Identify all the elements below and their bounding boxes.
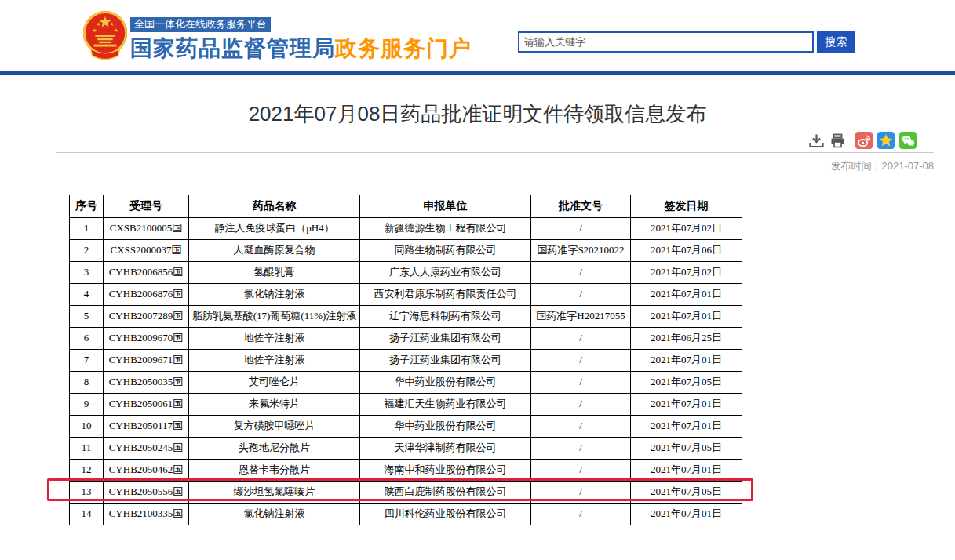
table-cell: 9 [70, 394, 104, 416]
table-cell: 2021年07月01日 [631, 306, 742, 328]
table-row: 9CYHB2050061国来氟米特片福建汇天生物药业有限公司/2021年07月0… [70, 394, 742, 416]
table-cell: 复方磺胺甲噁唑片 [189, 416, 360, 438]
table-row: 6CYHB2009670国地佐辛注射液扬子江药业集团有限公司/2021年06月2… [70, 328, 742, 350]
table-cell: 6 [70, 328, 104, 350]
table-cell: CXSB2100005国 [104, 218, 189, 240]
table-cell: 2021年07月01日 [631, 504, 742, 525]
download-icon[interactable] [808, 133, 825, 149]
platform-badge: 全国一体化在线政务服务平台 [130, 17, 271, 32]
table-cell: 脂肪乳氨基酸(17)葡萄糖(11%)注射液 [189, 306, 360, 328]
approval-table: 序号受理号药品名称申报单位批准文号签发日期 1CXSB2100005国静注人免疫… [69, 195, 742, 525]
table-header-row: 序号受理号药品名称申报单位批准文号签发日期 [70, 195, 742, 218]
table-row: 4CYHB2006876国氯化钠注射液西安利君康乐制药有限责任公司/2021年0… [70, 284, 742, 306]
table-cell: / [531, 328, 631, 350]
table-cell: 西安利君康乐制药有限责任公司 [360, 284, 531, 306]
table-cell: 3 [70, 262, 104, 284]
table-cell: 2021年07月01日 [631, 416, 742, 438]
search-button[interactable]: 搜索 [817, 31, 855, 53]
table-cell: 2021年07月01日 [631, 460, 742, 482]
qzone-share-icon[interactable] [877, 132, 895, 149]
table-cell: 陕西白鹿制药股份有限公司 [360, 482, 531, 504]
site-title-portal: 政务服务门户 [335, 36, 472, 60]
column-header: 受理号 [104, 195, 189, 218]
site-title: 国家药品监督管理局政务服务门户 [130, 34, 472, 64]
table-row: 10CYHB2050117国复方磺胺甲噁唑片华中药业股份有限公司/2021年07… [70, 416, 742, 438]
table-cell: 辽宁海思科制药有限公司 [360, 306, 531, 328]
table-cell: 四川科伦药业股份有限公司 [360, 504, 531, 525]
table-cell: 2021年07月05日 [631, 372, 742, 394]
table-cell: 2021年07月05日 [631, 438, 742, 460]
table-cell: 1 [70, 218, 104, 240]
table-cell: 2021年07月01日 [631, 394, 742, 416]
table-row: 5CYHB2007289国脂肪乳氨基酸(17)葡萄糖(11%)注射液辽宁海思科制… [70, 306, 742, 328]
table-cell: 扬子江药业集团有限公司 [360, 350, 531, 372]
table-cell: 华中药业股份有限公司 [360, 372, 531, 394]
column-header: 签发日期 [631, 195, 742, 218]
table-cell: 10 [70, 416, 104, 438]
table-row: 11CYHB2050245国头孢地尼分散片天津华津制药有限公司/2021年07月… [70, 438, 742, 460]
table-cell: 新疆德源生物工程有限公司 [360, 218, 531, 240]
svg-text:★: ★ [93, 27, 97, 33]
site-title-agency: 国家药品监督管理局 [130, 36, 335, 60]
search-box: 搜索 [518, 31, 855, 53]
table-cell: CYHB2009670国 [104, 328, 189, 350]
table-cell: CXSS2000037国 [104, 240, 189, 262]
table-cell: 8 [70, 372, 104, 394]
table-cell: 13 [70, 482, 104, 504]
table-cell: 福建汇天生物药业有限公司 [360, 394, 531, 416]
table-cell: CYHB2006876国 [104, 284, 189, 306]
table-wrap: 序号受理号药品名称申报单位批准文号签发日期 1CXSB2100005国静注人免疫… [69, 195, 742, 525]
table-row: 3CYHB2006856国氢醌乳膏广东人人康药业有限公司/2021年07月02日 [70, 262, 742, 284]
table-cell: 2 [70, 240, 104, 262]
table-cell: / [531, 218, 631, 240]
article-toolbar [808, 132, 917, 149]
search-input[interactable] [518, 31, 814, 53]
table-cell: 4 [70, 284, 104, 306]
table-cell: / [531, 438, 631, 460]
print-icon[interactable] [829, 133, 846, 149]
column-header: 申报单位 [360, 195, 531, 218]
table-cell: CYHB2050061国 [104, 394, 189, 416]
table-row: 1CXSB2100005国静注人免疫球蛋白（pH4）新疆德源生物工程有限公司/2… [70, 218, 742, 240]
table-cell: CYHB2050462国 [104, 460, 189, 482]
table-cell: 14 [70, 504, 104, 525]
table-cell: 2021年07月02日 [631, 218, 742, 240]
table-cell: 2021年06月25日 [631, 328, 742, 350]
table-cell: 海南中和药业股份有限公司 [360, 460, 531, 482]
table-cell: 天津华津制药有限公司 [360, 438, 531, 460]
table-cell: 2021年07月06日 [631, 240, 742, 262]
title-divider [56, 152, 934, 153]
table-cell: 2021年07月01日 [631, 284, 742, 306]
weibo-share-icon[interactable] [855, 132, 873, 149]
table-row: 14CYHB2100335国氯化钠注射液四川科伦药业股份有限公司/2021年07… [70, 504, 742, 525]
publish-time: 发布时间：2021-07-08 [831, 159, 935, 173]
table-cell: CYHB2050556国 [104, 482, 189, 504]
column-header: 批准文号 [531, 195, 631, 218]
table-cell: CYHB2007289国 [104, 306, 189, 328]
table-cell: 7 [70, 350, 104, 372]
site-header: ★ ★ ★ ★ 全国一体化在线政务服务平台 国家药品监督管理局政务服务门户 搜索 [0, 0, 955, 71]
table-cell: 地佐辛注射液 [189, 328, 360, 350]
column-header: 序号 [70, 195, 104, 218]
national-emblem-logo: ★ ★ ★ ★ [81, 9, 129, 61]
table-cell: / [531, 262, 631, 284]
column-header: 药品名称 [189, 195, 360, 218]
table-cell: CYHB2009671国 [104, 350, 189, 372]
brand-block: 全国一体化在线政务服务平台 国家药品监督管理局政务服务门户 [130, 16, 472, 64]
table-cell: 氯化钠注射液 [189, 504, 360, 525]
table-cell: 氯化钠注射液 [189, 284, 360, 306]
wechat-share-icon[interactable] [899, 132, 917, 149]
table-cell: CYHB2050117国 [104, 416, 189, 438]
table-cell: 人凝血酶原复合物 [189, 240, 360, 262]
table-cell: 华中药业股份有限公司 [360, 416, 531, 438]
table-row: 7CYHB2009671国地佐辛注射液扬子江药业集团有限公司/2021年07月0… [70, 350, 742, 372]
table-cell: 国药准字S20210022 [531, 240, 631, 262]
table-cell: / [531, 482, 631, 504]
svg-text:★: ★ [110, 21, 115, 27]
table-cell: 来氟米特片 [189, 394, 360, 416]
table-cell: 2021年07月02日 [631, 262, 742, 284]
table-cell: 静注人免疫球蛋白（pH4） [189, 218, 360, 240]
header-divider-bar [0, 71, 955, 75]
table-cell: CYHB2050245国 [104, 438, 189, 460]
table-cell: CYHB2050035国 [104, 372, 189, 394]
